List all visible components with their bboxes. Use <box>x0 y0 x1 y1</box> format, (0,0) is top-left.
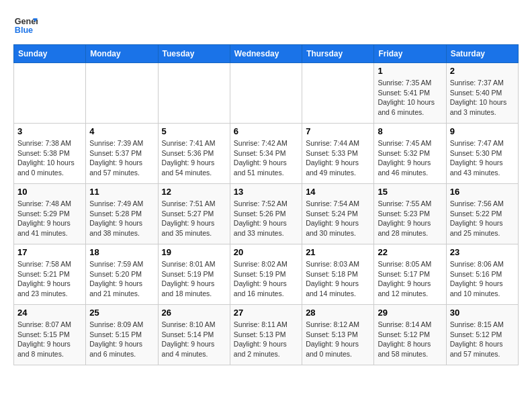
weekday-header: Thursday <box>302 45 374 63</box>
day-number: 25 <box>89 308 154 318</box>
day-number: 23 <box>450 247 515 257</box>
day-info: Sunrise: 7:48 AMSunset: 5:29 PMDaylight:… <box>17 199 82 238</box>
day-number: 30 <box>450 308 515 318</box>
day-info: Sunrise: 7:42 AMSunset: 5:34 PMDaylight:… <box>234 138 298 178</box>
day-info: Sunrise: 7:44 AMSunset: 5:33 PMDaylight:… <box>306 138 370 178</box>
day-info: Sunrise: 8:06 AMSunset: 5:16 PMDaylight:… <box>450 259 515 299</box>
day-number: 28 <box>306 308 370 318</box>
calendar-week-row: 3Sunrise: 7:38 AMSunset: 5:38 PMDaylight… <box>14 124 519 184</box>
weekday-header: Tuesday <box>158 45 230 63</box>
logo: General Blue <box>13 13 38 38</box>
calendar-cell: 12Sunrise: 7:51 AMSunset: 5:27 PMDayligh… <box>158 184 230 244</box>
day-number: 29 <box>378 308 442 318</box>
calendar-cell: 15Sunrise: 7:55 AMSunset: 5:23 PMDayligh… <box>374 184 446 244</box>
day-info: Sunrise: 7:54 AMSunset: 5:24 PMDaylight:… <box>306 199 370 238</box>
day-info: Sunrise: 7:35 AMSunset: 5:41 PMDaylight:… <box>378 78 442 118</box>
day-number: 27 <box>234 308 298 318</box>
day-info: Sunrise: 8:03 AMSunset: 5:18 PMDaylight:… <box>306 259 370 299</box>
day-info: Sunrise: 8:11 AMSunset: 5:13 PMDaylight:… <box>234 320 298 359</box>
calendar-cell: 21Sunrise: 8:03 AMSunset: 5:18 PMDayligh… <box>302 244 374 305</box>
day-number: 9 <box>450 126 515 136</box>
calendar-body: 1Sunrise: 7:35 AMSunset: 5:41 PMDaylight… <box>14 63 519 365</box>
calendar-week-row: 1Sunrise: 7:35 AMSunset: 5:41 PMDaylight… <box>14 63 519 124</box>
calendar-cell: 19Sunrise: 8:01 AMSunset: 5:19 PMDayligh… <box>158 244 230 305</box>
day-info: Sunrise: 8:07 AMSunset: 5:15 PMDaylight:… <box>17 320 82 359</box>
calendar-cell: 22Sunrise: 8:05 AMSunset: 5:17 PMDayligh… <box>374 244 446 305</box>
day-number: 1 <box>378 66 442 76</box>
calendar-cell: 29Sunrise: 8:14 AMSunset: 5:12 PMDayligh… <box>374 305 446 365</box>
day-info: Sunrise: 8:01 AMSunset: 5:19 PMDaylight:… <box>162 259 226 299</box>
calendar-cell: 25Sunrise: 8:09 AMSunset: 5:15 PMDayligh… <box>86 305 158 365</box>
day-number: 6 <box>234 126 298 136</box>
calendar-cell <box>86 63 158 124</box>
calendar-cell: 11Sunrise: 7:49 AMSunset: 5:28 PMDayligh… <box>86 184 158 244</box>
weekday-header: Monday <box>86 45 158 63</box>
calendar-cell <box>302 63 374 124</box>
day-number: 5 <box>162 126 226 136</box>
calendar-cell: 14Sunrise: 7:54 AMSunset: 5:24 PMDayligh… <box>302 184 374 244</box>
day-number: 22 <box>378 247 442 257</box>
day-info: Sunrise: 7:52 AMSunset: 5:26 PMDaylight:… <box>234 199 298 238</box>
calendar-cell: 17Sunrise: 7:58 AMSunset: 5:21 PMDayligh… <box>14 244 86 305</box>
calendar-cell: 20Sunrise: 8:02 AMSunset: 5:19 PMDayligh… <box>230 244 302 305</box>
calendar-cell: 9Sunrise: 7:47 AMSunset: 5:30 PMDaylight… <box>446 124 518 184</box>
calendar-cell: 27Sunrise: 8:11 AMSunset: 5:13 PMDayligh… <box>230 305 302 365</box>
calendar-cell: 2Sunrise: 7:37 AMSunset: 5:40 PMDaylight… <box>446 63 518 124</box>
weekday-header: Sunday <box>14 45 86 63</box>
day-number: 26 <box>162 308 226 318</box>
day-number: 20 <box>234 247 298 257</box>
day-info: Sunrise: 7:58 AMSunset: 5:21 PMDaylight:… <box>17 259 82 299</box>
day-info: Sunrise: 7:38 AMSunset: 5:38 PMDaylight:… <box>17 138 82 178</box>
weekday-header: Friday <box>374 45 446 63</box>
day-info: Sunrise: 8:12 AMSunset: 5:13 PMDaylight:… <box>306 320 370 359</box>
weekday-header: Saturday <box>446 45 518 63</box>
day-number: 15 <box>378 187 442 197</box>
day-number: 10 <box>17 187 82 197</box>
calendar-week-row: 10Sunrise: 7:48 AMSunset: 5:29 PMDayligh… <box>14 184 519 244</box>
page-header: General Blue <box>13 13 519 38</box>
day-info: Sunrise: 7:37 AMSunset: 5:40 PMDaylight:… <box>450 78 515 118</box>
calendar-cell <box>158 63 230 124</box>
calendar-cell: 8Sunrise: 7:45 AMSunset: 5:32 PMDaylight… <box>374 124 446 184</box>
calendar-cell: 5Sunrise: 7:41 AMSunset: 5:36 PMDaylight… <box>158 124 230 184</box>
svg-text:Blue: Blue <box>15 26 33 35</box>
day-number: 2 <box>450 66 515 76</box>
calendar-cell: 18Sunrise: 7:59 AMSunset: 5:20 PMDayligh… <box>86 244 158 305</box>
calendar-table: SundayMondayTuesdayWednesdayThursdayFrid… <box>13 44 519 365</box>
day-info: Sunrise: 8:02 AMSunset: 5:19 PMDaylight:… <box>234 259 298 299</box>
calendar-cell <box>230 63 302 124</box>
day-number: 24 <box>17 308 82 318</box>
day-number: 4 <box>89 126 154 136</box>
day-info: Sunrise: 8:10 AMSunset: 5:14 PMDaylight:… <box>162 320 226 359</box>
calendar-cell: 16Sunrise: 7:56 AMSunset: 5:22 PMDayligh… <box>446 184 518 244</box>
day-number: 21 <box>306 247 370 257</box>
calendar-week-row: 17Sunrise: 7:58 AMSunset: 5:21 PMDayligh… <box>14 244 519 305</box>
logo-icon: General Blue <box>13 13 38 38</box>
calendar-cell: 23Sunrise: 8:06 AMSunset: 5:16 PMDayligh… <box>446 244 518 305</box>
day-info: Sunrise: 7:41 AMSunset: 5:36 PMDaylight:… <box>162 138 226 178</box>
calendar-cell: 7Sunrise: 7:44 AMSunset: 5:33 PMDaylight… <box>302 124 374 184</box>
day-number: 8 <box>378 126 442 136</box>
calendar-cell: 13Sunrise: 7:52 AMSunset: 5:26 PMDayligh… <box>230 184 302 244</box>
calendar-cell: 24Sunrise: 8:07 AMSunset: 5:15 PMDayligh… <box>14 305 86 365</box>
day-info: Sunrise: 7:51 AMSunset: 5:27 PMDaylight:… <box>162 199 226 238</box>
day-info: Sunrise: 7:49 AMSunset: 5:28 PMDaylight:… <box>89 199 154 238</box>
calendar-cell: 26Sunrise: 8:10 AMSunset: 5:14 PMDayligh… <box>158 305 230 365</box>
day-number: 12 <box>162 187 226 197</box>
calendar-cell: 28Sunrise: 8:12 AMSunset: 5:13 PMDayligh… <box>302 305 374 365</box>
calendar-cell: 4Sunrise: 7:39 AMSunset: 5:37 PMDaylight… <box>86 124 158 184</box>
day-number: 18 <box>89 247 154 257</box>
day-number: 19 <box>162 247 226 257</box>
calendar-cell: 30Sunrise: 8:15 AMSunset: 5:12 PMDayligh… <box>446 305 518 365</box>
day-number: 14 <box>306 187 370 197</box>
day-info: Sunrise: 7:56 AMSunset: 5:22 PMDaylight:… <box>450 199 515 238</box>
day-info: Sunrise: 7:55 AMSunset: 5:23 PMDaylight:… <box>378 199 442 238</box>
day-number: 16 <box>450 187 515 197</box>
day-number: 3 <box>17 126 82 136</box>
day-info: Sunrise: 8:05 AMSunset: 5:17 PMDaylight:… <box>378 259 442 299</box>
day-info: Sunrise: 8:15 AMSunset: 5:12 PMDaylight:… <box>450 320 515 359</box>
day-info: Sunrise: 8:14 AMSunset: 5:12 PMDaylight:… <box>378 320 442 359</box>
day-number: 7 <box>306 126 370 136</box>
day-number: 17 <box>17 247 82 257</box>
day-info: Sunrise: 7:45 AMSunset: 5:32 PMDaylight:… <box>378 138 442 178</box>
